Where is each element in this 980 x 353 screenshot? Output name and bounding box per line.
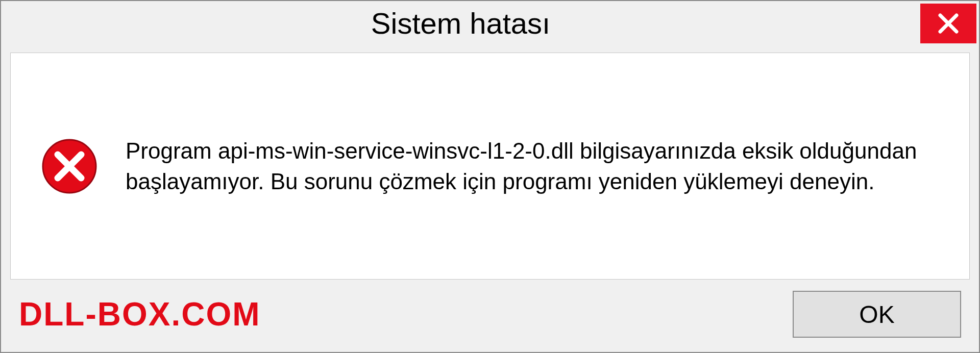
dialog-title: Sistem hatası: [1, 1, 920, 40]
error-message: Program api-ms-win-service-winsvc-l1-2-0…: [126, 136, 939, 196]
error-dialog: Sistem hatası Program api-ms-win-service…: [0, 0, 980, 353]
titlebar: Sistem hatası: [1, 1, 979, 43]
watermark-text: DLL-BOX.COM: [19, 295, 261, 333]
error-icon: [41, 138, 97, 194]
ok-button[interactable]: OK: [793, 291, 961, 338]
close-button[interactable]: [920, 4, 976, 43]
content-area: Program api-ms-win-service-winsvc-l1-2-0…: [10, 53, 970, 280]
dialog-footer: DLL-BOX.COM OK: [1, 280, 979, 352]
close-icon: [937, 12, 960, 35]
